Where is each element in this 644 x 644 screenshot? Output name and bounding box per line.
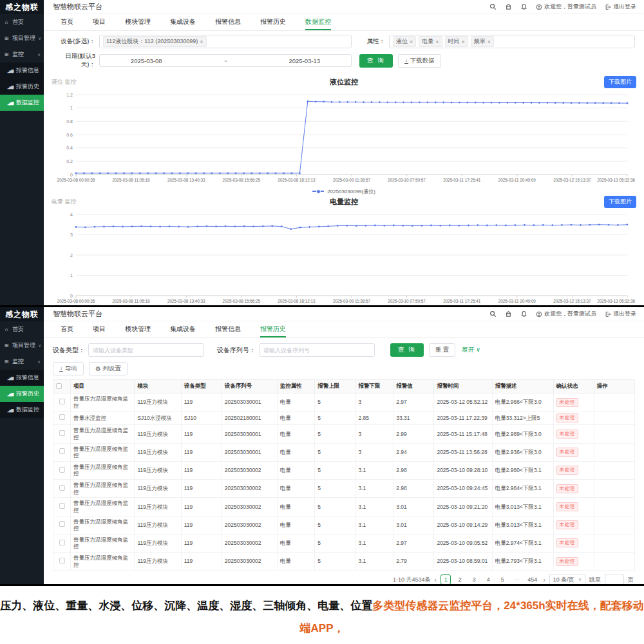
- sidebar-item-监控[interactable]: ⊞监控∧: [0, 46, 44, 62]
- sidebar-item-项目管理[interactable]: ⊞项目管理∨: [0, 30, 44, 46]
- cell: 2025-03-10 08:59:01: [434, 553, 492, 571]
- serial-input[interactable]: [259, 343, 375, 357]
- tab-数据监控[interactable]: 数据监控: [305, 14, 331, 30]
- status-badge: 未处理: [556, 430, 578, 439]
- device-type-label: 设备类型：: [53, 346, 85, 355]
- bell-icon[interactable]: [520, 310, 527, 317]
- tab-报警历史[interactable]: 报警历史: [260, 321, 286, 337]
- cell: 202503030001: [222, 443, 277, 461]
- svg-text:2025-03-08 11:05:18: 2025-03-08 11:05:18: [113, 299, 151, 303]
- page-3[interactable]: 3: [469, 574, 479, 585]
- column-settings-button[interactable]: ⚙列设置: [89, 362, 128, 375]
- sidebar-item-报警历史[interactable]: ▂▅▇报警历史: [0, 79, 44, 95]
- row-checkbox[interactable]: [59, 521, 65, 527]
- tab-集成设备[interactable]: 集成设备: [170, 14, 196, 30]
- cell: 119压力模块: [135, 480, 181, 498]
- store-icon[interactable]: [505, 310, 512, 317]
- jump-page-input[interactable]: [605, 574, 624, 585]
- logout-button[interactable]: 退出登录: [605, 310, 636, 318]
- tab-报警信息[interactable]: 报警信息: [215, 14, 241, 30]
- row-checkbox[interactable]: [59, 540, 65, 545]
- download-data-button[interactable]: ↓下载数据: [398, 54, 441, 68]
- cell: 2025-03-10 09:21:20: [434, 498, 492, 516]
- tag-close-icon[interactable]: ×: [435, 39, 439, 45]
- tab-模块管理[interactable]: 模块管理: [125, 14, 151, 30]
- tag-close-icon[interactable]: ×: [462, 39, 465, 45]
- cell: 5: [315, 461, 355, 479]
- attribute-multiselect[interactable]: 液位×电量×时间×频率×: [389, 35, 635, 48]
- cell: 119压力模块: [135, 461, 181, 479]
- page-4[interactable]: 4: [483, 574, 493, 585]
- cell: 电量: [277, 498, 315, 516]
- filter-panel: 设备(多选)： 112液位模块：112 (202503030099)× 属性： …: [44, 31, 644, 75]
- actions-cell: [594, 443, 634, 461]
- reset-button[interactable]: 重 置: [429, 343, 456, 357]
- sidebar-item-报警信息[interactable]: ▂▅▇报警信息: [0, 370, 44, 386]
- page-size-select[interactable]: 10 条/页∨: [549, 574, 585, 585]
- table-row: 普量压力温湿度倾角监控119压力模块119202503030002电量53.12…: [53, 553, 635, 571]
- sidebar-item-监控[interactable]: ⊞监控∧: [0, 354, 44, 370]
- cell: 电量: [277, 516, 315, 534]
- cell: 202503030001: [222, 393, 277, 412]
- sidebar-item-首页[interactable]: ⌂首页: [0, 14, 44, 30]
- tab-项目[interactable]: 项目: [93, 14, 106, 30]
- search-icon[interactable]: [489, 3, 497, 10]
- cell: 电量: [277, 443, 315, 461]
- prev-page-icon[interactable]: ‹: [434, 575, 437, 584]
- tab-集成设备[interactable]: 集成设备: [170, 321, 196, 337]
- logout-icon: [605, 311, 611, 317]
- cell: 电量: [277, 425, 315, 443]
- row-checkbox[interactable]: [59, 467, 65, 473]
- logout-button[interactable]: 退出登录: [605, 3, 636, 11]
- query-button[interactable]: 查 询: [390, 343, 424, 357]
- query-button[interactable]: 查 询: [359, 54, 393, 68]
- cell: 5: [315, 553, 355, 571]
- export-button[interactable]: ↓导出: [53, 362, 84, 375]
- tag-close-icon[interactable]: ×: [410, 39, 413, 45]
- row-checkbox[interactable]: [59, 430, 65, 436]
- row-checkbox[interactable]: [59, 448, 65, 454]
- page-5[interactable]: 5: [497, 574, 507, 585]
- page-2[interactable]: 2: [455, 574, 465, 585]
- app-logo: 感之物联: [0, 0, 44, 14]
- sidebar-item-首页[interactable]: ⌂首页: [0, 321, 44, 337]
- tab-模块管理[interactable]: 模块管理: [125, 321, 151, 337]
- sidebar-item-报警历史[interactable]: ▂▅▇报警历史: [0, 386, 44, 402]
- page-454[interactable]: 454: [526, 574, 539, 585]
- tab-首页[interactable]: 首页: [61, 321, 73, 337]
- row-checkbox[interactable]: [59, 399, 65, 404]
- next-page-icon[interactable]: ›: [543, 575, 545, 584]
- sidebar-item-数据监控[interactable]: ▂▅▇数据监控: [0, 95, 44, 111]
- tab-报警信息[interactable]: 报警信息: [215, 321, 241, 337]
- store-icon[interactable]: [505, 3, 512, 10]
- device-multiselect[interactable]: 112液位模块：112 (202503030099)×: [99, 35, 352, 48]
- row-checkbox[interactable]: [59, 414, 65, 420]
- bell-icon[interactable]: [520, 3, 527, 10]
- download-image-button[interactable]: 下载图片: [604, 76, 636, 88]
- row-checkbox[interactable]: [59, 558, 65, 564]
- svg-text:0.6: 0.6: [66, 133, 73, 137]
- tag-close-icon[interactable]: ×: [488, 39, 491, 45]
- tab-项目[interactable]: 项目: [93, 321, 106, 337]
- row-checkbox[interactable]: [59, 485, 65, 491]
- device-type-input[interactable]: [88, 343, 204, 357]
- tab-报警历史[interactable]: 报警历史: [260, 14, 286, 30]
- sidebar-item-数据监控[interactable]: ▂▅▇数据监控: [0, 402, 44, 418]
- row-checkbox[interactable]: [59, 503, 65, 509]
- search-icon[interactable]: [489, 310, 497, 317]
- cell: 普量压力温湿度倾角监控: [71, 393, 135, 412]
- tab-首页[interactable]: 首页: [61, 14, 73, 30]
- select-all-checkbox[interactable]: [56, 383, 62, 389]
- expand-link[interactable]: 展开 ∨: [462, 346, 480, 354]
- download-image-button[interactable]: 下载图片: [604, 196, 636, 208]
- date-range-input[interactable]: 2025-03-08 ~ 2025-03-13: [99, 54, 352, 67]
- chart-legend[interactable]: 202503030099(液位): [50, 187, 638, 195]
- svg-text:3: 3: [70, 232, 73, 237]
- tag-close-icon[interactable]: ×: [200, 39, 203, 45]
- sidebar-item-项目管理[interactable]: ⊞项目管理∨: [0, 337, 44, 354]
- welcome-user[interactable]: 欢迎您，普量测试员: [536, 3, 596, 11]
- cell: 5: [315, 425, 355, 443]
- sidebar-item-报警信息[interactable]: ▂▅▇报警信息: [0, 62, 44, 79]
- welcome-user[interactable]: 欢迎您，普量测试员: [536, 310, 596, 318]
- page-1[interactable]: 1: [440, 574, 451, 585]
